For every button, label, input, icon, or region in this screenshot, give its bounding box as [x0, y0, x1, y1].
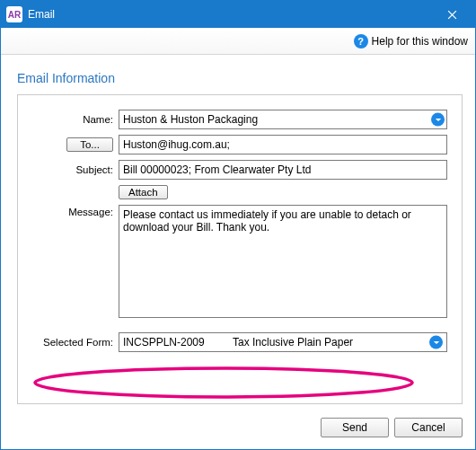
- label-selected-form: Selected Form:: [32, 337, 119, 348]
- selected-form-dropdown-button[interactable]: [429, 336, 443, 349]
- cancel-button[interactable]: Cancel: [394, 418, 463, 437]
- attach-button[interactable]: Attach: [119, 185, 168, 199]
- toolbar: ? Help for this window: [1, 28, 475, 55]
- chevron-down-icon: [435, 116, 442, 123]
- chevron-down-icon: [433, 339, 440, 346]
- name-dropdown-button[interactable]: [431, 113, 445, 127]
- row-name: Name:: [32, 110, 447, 129]
- close-button[interactable]: [434, 1, 470, 28]
- window-title: Email: [28, 8, 434, 21]
- label-name: Name:: [32, 114, 119, 125]
- row-to: To...: [32, 135, 447, 154]
- app-icon: AR: [6, 6, 22, 22]
- annotation-ellipse: [31, 366, 417, 400]
- name-combo[interactable]: [119, 110, 447, 129]
- to-input[interactable]: [119, 135, 447, 154]
- svg-point-0: [35, 368, 412, 397]
- email-window: AR Email ? Help for this window Email In…: [0, 0, 476, 450]
- selected-form-code[interactable]: [119, 333, 218, 351]
- subject-input[interactable]: [119, 160, 447, 180]
- section-title: Email Information: [17, 71, 463, 85]
- help-label: Help for this window: [372, 35, 468, 48]
- to-button[interactable]: To...: [66, 137, 113, 152]
- footer: Send Cancel: [1, 413, 475, 449]
- name-input[interactable]: [119, 110, 447, 129]
- selected-form-desc[interactable]: [218, 333, 446, 351]
- help-link[interactable]: ? Help for this window: [354, 34, 468, 49]
- row-selected-form: Selected Form:: [32, 332, 447, 352]
- row-attach: Attach: [32, 185, 447, 199]
- selected-form-combo[interactable]: [119, 332, 447, 352]
- close-icon: [447, 10, 457, 20]
- row-subject: Subject:: [32, 160, 447, 180]
- titlebar: AR Email: [1, 1, 475, 28]
- label-subject: Subject:: [32, 164, 119, 175]
- help-icon: ?: [354, 34, 368, 49]
- send-button[interactable]: Send: [321, 418, 389, 437]
- label-message: Message:: [32, 205, 119, 217]
- message-textarea[interactable]: [119, 205, 447, 318]
- content-area: Email Information Name: To...: [1, 55, 475, 413]
- form-panel: Name: To...: [17, 94, 463, 404]
- row-message: Message:: [32, 205, 447, 318]
